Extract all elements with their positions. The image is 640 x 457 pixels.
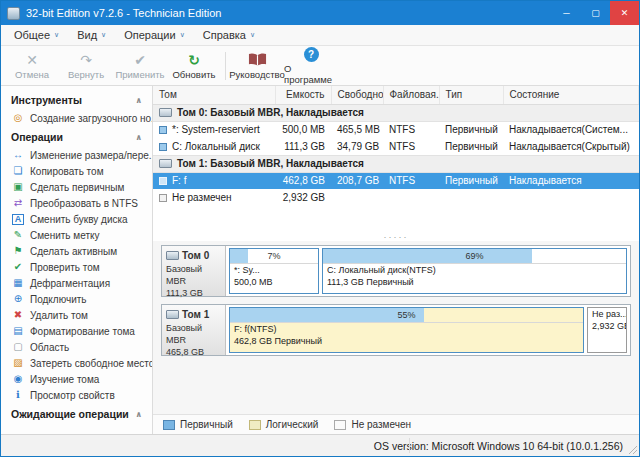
sidebar-item-area[interactable]: ▢ Область [1,339,152,355]
minimize-button[interactable]: ─ [552,1,581,25]
section-title: Ожидающие операции [11,408,129,420]
partition-size: 500,0 MB [234,277,314,289]
close-button[interactable]: ✕ [610,1,639,25]
fs-cell [383,189,439,206]
table-row[interactable]: Не размечен 2,932 GB [153,189,639,206]
maximize-button[interactable]: ▢ [581,1,610,25]
disk-size: 111,3 GB [166,287,221,299]
resize-move-icon: ↔ [12,150,24,160]
disk1-info[interactable]: Том 1 Базовый MBR 465,8 GB [162,305,226,355]
volume-name: Не размечен [172,192,232,203]
sidebar-item-format-volume[interactable]: ▤ Форматирование тома [1,323,152,339]
table-row-selected[interactable]: F: f 462,8 GB 208,7 GB NTFS Первичный На… [153,172,639,189]
usage-percent: 7% [230,249,318,264]
about-button[interactable]: ? О программе [284,48,338,84]
sidebar-item-convert-ntfs[interactable]: ⇄ Преобразовать в NTFS [1,195,152,211]
chevron-down-icon: ∨ [101,31,106,39]
column-capacity[interactable]: Емкость [275,86,331,104]
table-row[interactable]: *: System-reserviert 500,0 MB 465,5 MB N… [153,121,639,138]
refresh-button[interactable]: ↻ Обновить [167,48,221,84]
legend-label: Не размечен [351,419,411,430]
capacity-cell: 111,3 GB [275,138,331,155]
sidebar-item-check-volume[interactable]: ✔ Проверить том [1,259,152,275]
column-free[interactable]: Свободно [331,86,383,104]
disk0-group-row[interactable]: Том 0: Базовый MBR, Накладывается [153,104,639,121]
sidebar-item-label: Сделать первичным [30,182,124,193]
partition-label: *: Sy... [234,265,314,277]
column-type[interactable]: Тип [439,86,503,104]
chevron-up-icon: ∧ [136,96,143,105]
column-status[interactable]: Состояние [503,86,639,104]
free-cell [331,189,383,206]
free-cell: 208,7 GB [331,172,383,189]
sidebar-section-tools[interactable]: Инструменты ∧ [1,89,152,110]
partition-icon [159,143,167,151]
usage-percent: 55% [230,308,583,323]
column-volume[interactable]: Том [153,86,275,104]
volume-name: F: f [172,175,186,186]
redo-label: Вернуть [68,69,104,80]
apply-button[interactable]: ✔ Применить [113,48,167,84]
sidebar-item-explore-volume[interactable]: ◉ Изучение тома [1,371,152,387]
sidebar-item-label: Форматирование тома [30,326,135,337]
splitter-handle[interactable]: ····· [153,232,639,241]
disk-layout: Базовый MBR [166,263,221,287]
disk-layout: Базовый MBR [166,322,221,346]
menu-view[interactable]: Вид ∨ [68,25,115,45]
volume-name: C: Локальный диск [172,141,260,152]
menu-label: Справка [203,29,246,41]
usage-bar: 69% [323,249,626,264]
partition-block-system-reserved[interactable]: 7% *: Sy... 500,0 MB [229,248,319,294]
properties-icon: ℹ [12,390,24,400]
resize-grip[interactable] [627,444,637,454]
type-cell: Первичный [439,138,503,155]
sidebar-item-bootable-media[interactable]: ◎ Создание загрузочного но... [1,110,152,126]
menu-general[interactable]: Общее ∨ [5,25,68,45]
sidebar-item-delete-volume[interactable]: ✖ Удалить том [1,307,152,323]
sidebar-item-label: Преобразовать в NTFS [30,198,138,209]
partition-info: Не раз... 2,932 GB [588,308,626,352]
sidebar-item-label: Затереть свободное место [30,358,152,369]
sidebar-item-wipe-free-space[interactable]: ▨ Затереть свободное место [1,355,152,371]
column-filesystem[interactable]: Файловая... [383,86,439,104]
sidebar-section-operations[interactable]: Операции ∧ [1,126,152,147]
status-cell: Накладывается(Скрытый) [503,138,639,155]
sidebar-item-properties[interactable]: ℹ Просмотр свойств [1,387,152,403]
sidebar-item-drive-letter[interactable]: A Сменить букву диска [1,211,152,227]
fs-cell: NTFS [383,172,439,189]
legend-logical: Логический [249,419,319,430]
menu-help[interactable]: Справка ∨ [194,25,264,45]
sidebar-item-make-active[interactable]: ⚑ Сделать активным [1,243,152,259]
sidebar-item-attach[interactable]: ⊕ Подключить [1,291,152,307]
menu-operations[interactable]: Операции ∨ [115,25,194,45]
partition-size: 111,3 GB Первичный [327,277,622,289]
redo-button[interactable]: ↷ Вернуть [59,48,113,84]
format-volume-icon: ▤ [12,326,24,336]
sidebar-item-defragment[interactable]: ▦ Дефрагментация [1,275,152,291]
sidebar-section-pending[interactable]: Ожидающие операции ∧ [1,403,152,424]
disk0-partitions: 7% *: Sy... 500,0 MB 69% [226,246,630,296]
guide-button[interactable]: Руководство [230,48,284,84]
sidebar-item-copy-volume[interactable]: ❏ Копировать том [1,163,152,179]
menu-label: Вид [77,29,97,41]
status-cell: Накладывается [503,172,639,189]
sidebar-item-resize-move[interactable]: ↔ Изменение размера/пере... [1,147,152,163]
disk0-info[interactable]: Том 0 Базовый MBR 111,3 GB [162,246,226,296]
make-active-icon: ⚑ [12,246,24,256]
sidebar-item-label: Изменение размера/пере... [30,150,152,161]
titlebar: 32-bit Edition v7.2.6 - Technician Editi… [1,1,639,25]
sidebar-item-change-label[interactable]: ✎ Сменить метку [1,227,152,243]
sidebar-item-make-primary[interactable]: ▣ Сделать первичным [1,179,152,195]
partition-block-unallocated[interactable]: Не раз... 2,932 GB [587,307,627,353]
partition-block-c[interactable]: 69% C: Локальный диск(NTFS) 111,3 GB Пер… [322,248,627,294]
disk-size: 465,8 GB [166,346,221,358]
undo-button[interactable]: ✕ Отмена [5,48,59,84]
disk1-group-row[interactable]: Том 1: Базовый MBR, Накладывается [153,155,639,172]
os-version-text: OS version: Microsoft Windows 10 64-bit … [374,440,623,452]
disk-name: Том 1 [182,308,209,322]
capacity-cell: 462,8 GB [275,172,331,189]
partition-block-f-selected[interactable]: 55% F: f(NTFS) 462,8 GB Первичный [229,307,584,353]
table-row[interactable]: C: Локальный диск 111,3 GB 34,79 GB NTFS… [153,138,639,155]
legend: Первичный Логический Не размечен [153,414,639,434]
refresh-icon: ↻ [188,52,200,68]
